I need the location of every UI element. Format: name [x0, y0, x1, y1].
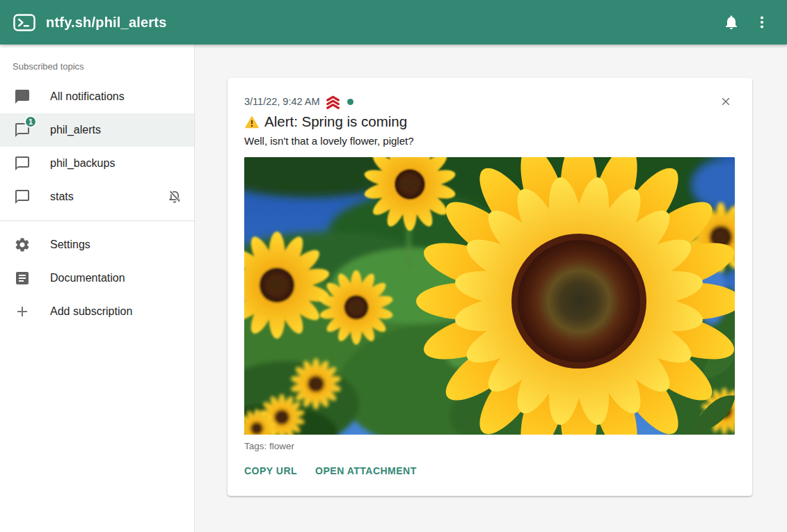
sidebar-item-phil-alerts[interactable]: 1 phil_alerts	[0, 113, 194, 147]
attachment-image[interactable]	[244, 157, 735, 435]
sidebar-item-all-notifications[interactable]: All notifications	[0, 80, 194, 113]
bell-icon	[723, 14, 740, 31]
sidebar-item-label: All notifications	[50, 90, 183, 103]
sidebar-item-stats[interactable]: stats	[0, 180, 194, 213]
notification-actions: COPY URL OPEN ATTACHMENT	[244, 464, 736, 478]
chat-bubble-filled-icon	[14, 88, 31, 105]
article-icon	[14, 270, 31, 287]
sidebar-item-add-subscription[interactable]: Add subscription	[0, 295, 194, 328]
sidebar-item-label: Settings	[50, 239, 183, 251]
close-icon	[720, 95, 731, 108]
new-indicator-dot	[347, 99, 353, 105]
page-title: ntfy.sh/phil_alerts	[46, 15, 166, 31]
warning-emoji-icon	[244, 115, 260, 129]
sidebar-item-label: Documentation	[50, 272, 183, 284]
gear-icon	[14, 236, 31, 253]
notifications-panel: 3/11/22, 9:42 AM	[195, 45, 787, 532]
notification-body: Well, isn't that a lovely flower, piglet…	[244, 134, 736, 148]
sidebar-item-documentation[interactable]: Documentation	[0, 261, 194, 295]
sidebar: Subscribed topics All notifications 1 ph…	[0, 45, 195, 532]
notification-tags: Tags: flower	[244, 441, 736, 451]
plus-icon	[14, 303, 31, 320]
sidebar-item-label: stats	[50, 191, 166, 203]
chat-bubble-outline-icon: 1	[14, 122, 31, 138]
overflow-menu-button[interactable]	[747, 7, 777, 38]
notification-title: Alert: Spring is coming	[244, 113, 736, 131]
app-bar: ntfy.sh/phil_alerts	[0, 0, 787, 45]
copy-url-button[interactable]: COPY URL	[244, 464, 297, 478]
chat-bubble-outline-icon	[14, 188, 31, 205]
priority-high-icon	[324, 95, 342, 109]
kebab-menu-icon	[754, 14, 770, 31]
sidebar-item-label: phil_backups	[50, 157, 183, 170]
subscribed-topics-label: Subscribed topics	[0, 50, 194, 80]
notification-header: 3/11/22, 9:42 AM	[244, 95, 736, 108]
chat-bubble-outline-icon	[14, 155, 31, 172]
sidebar-item-label: phil_alerts	[50, 124, 183, 136]
sidebar-item-label: Add subscription	[50, 305, 183, 318]
notifications-bell-button[interactable]	[716, 7, 747, 38]
sidebar-item-settings[interactable]: Settings	[0, 228, 194, 261]
close-notification-button[interactable]	[716, 92, 736, 111]
notification-card: 3/11/22, 9:42 AM	[228, 78, 752, 496]
ntfy-terminal-logo-icon	[13, 13, 36, 32]
sidebar-item-phil-backups[interactable]: phil_backups	[0, 147, 194, 180]
sunflower-photo	[244, 157, 735, 435]
unread-count-badge: 1	[24, 115, 37, 128]
open-attachment-button[interactable]: OPEN ATTACHMENT	[315, 464, 417, 478]
sidebar-divider	[0, 220, 194, 221]
notification-timestamp: 3/11/22, 9:42 AM	[244, 96, 320, 107]
notifications-muted-icon	[166, 188, 183, 205]
